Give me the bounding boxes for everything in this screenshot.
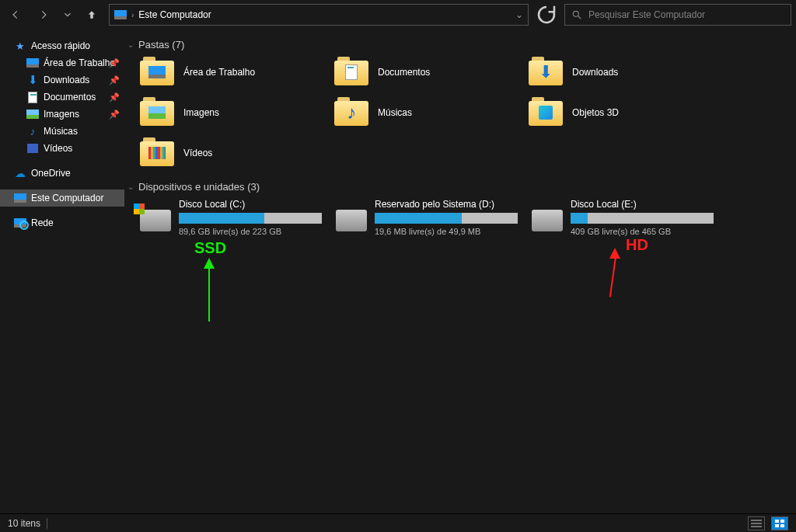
sidebar-label: Músicas: [44, 126, 78, 137]
folder-videos[interactable]: Vídeos: [140, 137, 334, 169]
video-icon: [27, 144, 38, 153]
music-icon: ♪: [26, 125, 39, 137]
sidebar-item-downloads[interactable]: ⬇ Downloads 📌: [0, 71, 124, 89]
sidebar-item-videos[interactable]: Vídeos: [0, 140, 124, 157]
sidebar-label: Este Computador: [31, 193, 103, 203]
arrow-head-icon: [204, 258, 215, 269]
drive-icon: [336, 210, 367, 231]
sidebar-quick-access[interactable]: ★ Acesso rápido: [0, 37, 124, 54]
svg-rect-5: [775, 520, 779, 523]
folder-icon: [140, 97, 174, 128]
chevron-down-icon: ⌄: [127, 40, 134, 49]
folder-icon: ⬇: [529, 57, 563, 88]
folder-images[interactable]: Imagens: [140, 97, 334, 128]
drive-d[interactable]: Reservado pelo Sistema (D:) 19,6 MB livr…: [336, 199, 532, 236]
view-details-button[interactable]: [748, 516, 765, 530]
folder-icon: [334, 57, 368, 88]
drive-free-text: 19,6 MB livre(s) de 49,9 MB: [375, 227, 518, 236]
search-placeholder: Pesquisar Este Computador: [588, 9, 705, 20]
folder-desktop[interactable]: Área de Trabalho: [140, 57, 334, 88]
address-location: Este Computador: [138, 9, 211, 20]
folder-music[interactable]: ♪ Músicas: [334, 97, 529, 128]
sidebar-label: Acesso rápido: [31, 40, 90, 51]
arrow-head-icon: [609, 248, 620, 259]
chevron-down-icon: ⌄: [127, 183, 134, 191]
sidebar-item-images[interactable]: Imagens 📌: [0, 106, 124, 123]
drive-e[interactable]: Disco Local (E:) 409 GB livre(s) de 465 …: [532, 199, 728, 236]
sidebar-onedrive[interactable]: ☁ OneDrive: [0, 165, 124, 182]
drive-free-text: 409 GB livre(s) de 465 GB: [571, 227, 714, 236]
folders-grid: Área de Trabalho Documentos ⬇ Downloads …: [124, 57, 796, 169]
folder-3d-objects[interactable]: Objetos 3D: [529, 97, 723, 128]
sidebar-this-pc[interactable]: Este Computador: [0, 190, 124, 207]
annotation-hd: HD: [626, 236, 648, 254]
image-icon: [26, 110, 39, 119]
folder-label: Área de Trabalho: [183, 67, 255, 78]
sidebar-label: Documentos: [44, 92, 96, 103]
status-item-count: 10 itens: [8, 518, 40, 529]
drive-usage-bar: [375, 213, 518, 224]
document-icon: [28, 92, 37, 103]
folder-icon: [140, 57, 174, 88]
sidebar-network[interactable]: Rede: [0, 214, 124, 231]
status-divider: [47, 518, 47, 529]
cloud-icon: ☁: [14, 167, 26, 179]
refresh-button[interactable]: [535, 4, 558, 26]
navigation-pane: ★ Acesso rápido Área de Trabalho 📌 ⬇ Dow…: [0, 30, 124, 513]
nav-back-button[interactable]: [5, 4, 26, 26]
main-area: ★ Acesso rápido Área de Trabalho 📌 ⬇ Dow…: [0, 30, 796, 513]
sidebar-label: Imagens: [44, 109, 79, 120]
pin-icon: 📌: [109, 75, 120, 85]
arrow-line: [208, 267, 210, 322]
search-box[interactable]: Pesquisar Este Computador: [564, 4, 791, 26]
view-large-icons-button[interactable]: [771, 516, 788, 530]
drive-usage-bar: [179, 213, 322, 224]
this-pc-icon: [114, 10, 127, 19]
folder-label: Documentos: [378, 67, 430, 78]
sidebar-item-desktop[interactable]: Área de Trabalho 📌: [0, 54, 124, 71]
folder-label: Vídeos: [183, 148, 212, 158]
sidebar-item-music[interactable]: ♪ Músicas: [0, 123, 124, 140]
folder-icon: [140, 137, 174, 169]
network-icon: [14, 218, 26, 228]
nav-up-button[interactable]: [81, 4, 103, 26]
download-icon: ⬇: [26, 74, 39, 86]
sidebar-label: Rede: [31, 217, 54, 228]
folder-documents[interactable]: Documentos: [334, 57, 529, 88]
drive-c[interactable]: Disco Local (C:) 89,6 GB livre(s) de 223…: [140, 199, 336, 236]
chevron-right-icon: ›: [131, 11, 134, 19]
star-icon: ★: [14, 40, 26, 52]
section-title: Dispositivos e unidades (3): [138, 181, 260, 193]
status-bar: 10 itens: [0, 513, 796, 532]
sidebar-label: Vídeos: [44, 143, 72, 154]
folder-label: Músicas: [378, 107, 412, 118]
svg-rect-7: [775, 524, 779, 527]
nav-forward-button[interactable]: [33, 4, 54, 26]
sidebar-item-documents[interactable]: Documentos 📌: [0, 89, 124, 106]
svg-rect-6: [780, 520, 784, 523]
folder-label: Downloads: [572, 67, 618, 78]
drive-name: Disco Local (C:): [179, 199, 322, 210]
drive-icon: [532, 210, 563, 231]
folder-downloads[interactable]: ⬇ Downloads: [529, 57, 723, 88]
chevron-down-icon[interactable]: ⌄: [515, 9, 523, 20]
drive-name: Reservado pelo Sistema (D:): [375, 199, 518, 210]
svg-point-0: [573, 11, 578, 16]
nav-recent-dropdown[interactable]: [61, 4, 75, 26]
annotation-ssd: SSD: [194, 239, 226, 257]
drives-section-header[interactable]: ⌄ Dispositivos e unidades (3): [124, 178, 796, 199]
section-title: Pastas (7): [138, 39, 184, 50]
address-bar-row: › Este Computador ⌄ Pesquisar Este Compu…: [0, 0, 796, 30]
drives-grid: Disco Local (C:) 89,6 GB livre(s) de 223…: [124, 199, 796, 236]
pin-icon: 📌: [109, 58, 120, 68]
sidebar-label: OneDrive: [31, 168, 71, 179]
drive-icon: [140, 210, 171, 231]
address-bar[interactable]: › Este Computador ⌄: [109, 4, 529, 26]
sidebar-label: Área de Trabalho: [44, 57, 115, 68]
content-pane: ⌄ Pastas (7) Área de Trabalho Documentos…: [124, 30, 796, 513]
this-pc-icon: [14, 193, 26, 203]
folders-section-header[interactable]: ⌄ Pastas (7): [124, 36, 796, 57]
svg-rect-8: [780, 524, 784, 527]
folder-icon: [529, 97, 563, 128]
arrow-line: [609, 257, 616, 297]
